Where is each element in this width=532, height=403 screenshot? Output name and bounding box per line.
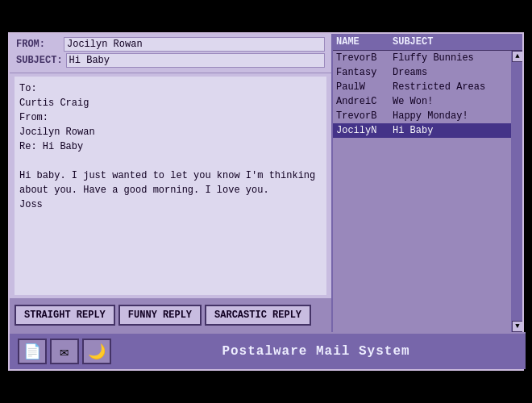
taskbar-icon-document[interactable]: 📄 [18, 339, 47, 364]
taskbar-icon-mail[interactable]: ✉ [50, 339, 79, 364]
item-name-1: TrevorB [336, 52, 393, 64]
from-row: FROM: Jocilyn Rowan [16, 37, 325, 52]
content-area: FROM: Jocilyn Rowan SUBJECT: Hi Baby To:… [10, 34, 522, 332]
straight-reply-button[interactable]: STRAIGHT REPLY [15, 305, 115, 326]
body-line-7: Hi baby. I just wanted to let you know I… [19, 168, 322, 183]
scroll-track [512, 62, 522, 321]
item-subject-4: We Won! [393, 96, 508, 107]
inbox-item-5[interactable]: TrevorB Happy Monday! [333, 109, 511, 123]
item-subject-1: Fluffy Bunnies [393, 52, 508, 64]
inbox-item-2[interactable]: Fantasy Dreams [333, 65, 511, 80]
funny-reply-button[interactable]: FUNNY REPLY [118, 305, 202, 326]
item-subject-2: Dreams [393, 67, 508, 78]
col-name-header: NAME [336, 36, 393, 48]
col-subject-header: SUBJECT [393, 36, 519, 48]
item-name-3: PaulW [336, 81, 393, 93]
main-window: FROM: Jocilyn Rowan SUBJECT: Hi Baby To:… [8, 32, 524, 371]
body-line-4: Jocilyn Rowan [19, 125, 322, 139]
inbox-item-6[interactable]: JocilyN Hi Baby [333, 123, 511, 138]
from-value: Jocilyn Rowan [64, 37, 325, 52]
left-panel: FROM: Jocilyn Rowan SUBJECT: Hi Baby To:… [10, 34, 333, 332]
button-row: STRAIGHT REPLY FUNNY REPLY SARCASTIC REP… [10, 298, 331, 332]
body-line-5: Re: Hi Baby [19, 139, 322, 154]
body-line-1: To: [19, 81, 322, 96]
scrollbar: ▲ ▼ [511, 51, 522, 332]
taskbar-title: Postalware Mail System [114, 344, 517, 359]
screen: FROM: Jocilyn Rowan SUBJECT: Hi Baby To:… [0, 0, 532, 403]
sarcastic-reply-button[interactable]: SARCASTIC REPLY [205, 305, 311, 326]
item-subject-3: Restricted Areas [393, 81, 508, 93]
taskbar-icon-moon[interactable]: 🌙 [82, 339, 111, 364]
inbox-item-1[interactable]: TrevorB Fluffy Bunnies [333, 51, 511, 65]
right-panel: NAME SUBJECT TrevorB Fluffy Bunnies Fant… [333, 34, 522, 332]
inbox-item-3[interactable]: PaulW Restricted Areas [333, 80, 511, 94]
email-header: FROM: Jocilyn Rowan SUBJECT: Hi Baby [10, 34, 331, 73]
body-line-3: From: [19, 110, 322, 125]
body-line-6 [19, 154, 322, 168]
inbox-header: NAME SUBJECT [333, 34, 522, 51]
body-line-2: Curtis Craig [19, 96, 322, 110]
item-name-5: TrevorB [336, 110, 393, 122]
subject-label: SUBJECT: [16, 55, 63, 66]
scroll-down-arrow[interactable]: ▼ [512, 321, 522, 332]
scroll-up-arrow[interactable]: ▲ [512, 51, 522, 62]
subject-row: SUBJECT: Hi Baby [16, 53, 325, 68]
right-with-scroll: TrevorB Fluffy Bunnies Fantasy Dreams Pa… [333, 51, 522, 332]
item-name-4: AndreiC [336, 96, 393, 107]
item-subject-6: Hi Baby [393, 125, 508, 136]
from-label: FROM: [16, 39, 60, 50]
email-body-text: To: Curtis Craig From: Jocilyn Rowan Re:… [19, 81, 322, 212]
item-subject-5: Happy Monday! [393, 110, 508, 122]
inbox-item-4[interactable]: AndreiC We Won! [333, 94, 511, 109]
inbox-list: TrevorB Fluffy Bunnies Fantasy Dreams Pa… [333, 51, 511, 332]
item-name-6: JocilyN [336, 125, 393, 136]
subject-value: Hi Baby [66, 53, 325, 68]
item-name-2: Fantasy [336, 67, 393, 78]
taskbar: 📄 ✉ 🌙 Postalware Mail System [10, 332, 526, 369]
email-body: To: Curtis Craig From: Jocilyn Rowan Re:… [15, 77, 326, 295]
body-line-9: Joss [19, 197, 322, 212]
body-line-8: about you. Have a good morning. I love y… [19, 183, 322, 197]
